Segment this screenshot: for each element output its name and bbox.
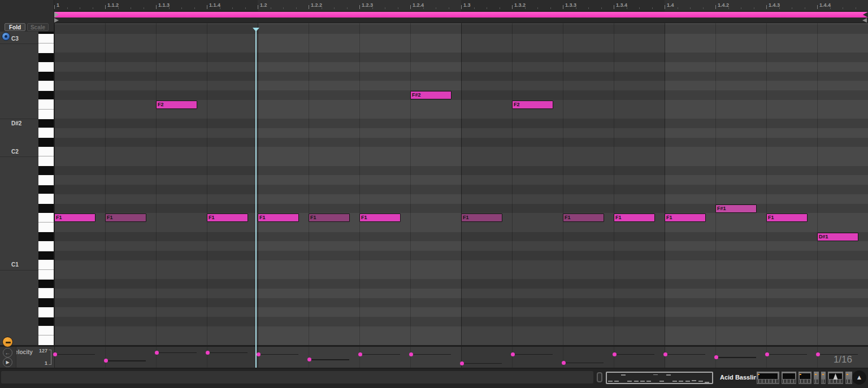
velocity-marker[interactable]	[714, 355, 718, 359]
piano-key-black[interactable]	[38, 280, 54, 289]
piano-key-white[interactable]	[38, 326, 54, 336]
piano-key-black[interactable]	[38, 204, 54, 213]
piano-key-white[interactable]	[38, 81, 54, 91]
scale-button[interactable]: Scale	[27, 23, 49, 31]
piano-key-black[interactable]	[38, 53, 54, 62]
end-marker-icon[interactable]	[862, 18, 867, 23]
piano-key-white[interactable]	[38, 335, 54, 345]
device-thumbnail[interactable]	[827, 371, 844, 385]
start-marker-icon[interactable]	[54, 18, 59, 23]
piano-key-white[interactable]	[38, 260, 54, 270]
piano-key-black[interactable]	[38, 91, 54, 100]
playhead-marker-icon[interactable]	[253, 28, 259, 32]
velocity-marker[interactable]	[307, 358, 311, 361]
piano-key-white[interactable]	[38, 223, 54, 232]
midi-note[interactable]: F1	[665, 213, 706, 222]
piano-key-black[interactable]	[38, 317, 54, 326]
velocity-marker[interactable]	[358, 352, 362, 356]
velocity-marker[interactable]	[53, 352, 57, 356]
piano-key-white[interactable]	[38, 147, 54, 156]
midi-note[interactable]: F1	[359, 213, 401, 222]
piano-key-white[interactable]	[38, 194, 54, 204]
device-thumbnail[interactable]	[813, 371, 819, 385]
midi-note[interactable]: F1	[563, 213, 604, 222]
piano-key-white[interactable]	[38, 110, 54, 119]
midi-note[interactable]: F1	[258, 213, 299, 222]
midi-note[interactable]: D#1	[817, 233, 858, 241]
velocity-marker[interactable]	[765, 352, 769, 356]
piano-key-black[interactable]	[38, 185, 54, 194]
velocity-marker[interactable]	[206, 351, 210, 355]
device-thumbnail[interactable]	[845, 371, 853, 385]
midi-note[interactable]: F#2	[410, 91, 452, 99]
midi-note[interactable]: F2	[156, 101, 197, 109]
device-thumbnail[interactable]	[781, 371, 797, 385]
note-grid[interactable]: F1F1F2F1F1F1F1F#2F1F2F1F1F1F#1F1D#1	[54, 23, 868, 345]
piano-key-white[interactable]	[38, 270, 54, 280]
piano-key-white[interactable]	[38, 34, 54, 43]
clip-name[interactable]: Acid Bassline	[720, 374, 761, 381]
piano-key-black[interactable]	[38, 119, 54, 128]
midi-note[interactable]: F1	[461, 213, 502, 222]
device-thumbnail[interactable]	[756, 371, 780, 385]
fold-lane-button[interactable]	[2, 337, 13, 347]
overview-note-dash	[653, 374, 658, 376]
piano-key-white[interactable]	[38, 100, 54, 110]
piano-key-white[interactable]	[38, 128, 54, 138]
octave-separator-line	[0, 156, 38, 157]
piano-key-white[interactable]	[38, 176, 54, 185]
velocity-marker[interactable]	[460, 361, 464, 365]
timeline-ruler[interactable]: 11.1.21.1.31.1.41.21.2.21.2.31.2.41.31.3…	[0, 0, 868, 11]
midi-note[interactable]: F1	[309, 213, 350, 222]
overview-note-dash	[672, 381, 677, 382]
piano-key-black[interactable]	[38, 138, 54, 147]
preview-headphone-icon[interactable]	[2, 32, 10, 41]
piano-key-white[interactable]	[38, 307, 54, 317]
velocity-marker[interactable]	[257, 352, 261, 356]
piano-key-white[interactable]	[38, 213, 54, 223]
piano-key-white[interactable]	[38, 289, 54, 298]
piano-key-black[interactable]	[38, 166, 54, 175]
piano-key-white[interactable]	[38, 241, 54, 251]
device-thumbnail[interactable]	[798, 371, 812, 385]
velocity-marker[interactable]	[511, 352, 515, 356]
device-accent-dot	[847, 374, 848, 375]
midi-note[interactable]: F2	[512, 101, 553, 109]
velocity-marker[interactable]	[663, 352, 667, 356]
loop-bar[interactable]	[54, 12, 868, 18]
midi-note[interactable]: F1	[54, 213, 96, 222]
piano-key-black[interactable]	[38, 251, 54, 260]
velocity-marker[interactable]	[562, 361, 566, 365]
fold-button[interactable]: Fold	[5, 23, 25, 31]
midi-note[interactable]: F1	[207, 213, 248, 222]
midi-note[interactable]: F1	[105, 213, 146, 222]
lane-back-button[interactable]: ←	[3, 348, 12, 358]
piano-keyboard[interactable]	[38, 32, 54, 345]
piano-key-black[interactable]	[38, 72, 54, 81]
velocity-marker[interactable]	[155, 351, 159, 355]
piano-key-white[interactable]	[38, 156, 54, 166]
piano-key-black[interactable]	[38, 32, 54, 34]
velocity-marker[interactable]	[409, 352, 413, 356]
loop-end-notch-icon[interactable]	[863, 12, 868, 18]
piano-key-black[interactable]	[38, 232, 54, 241]
ruler-minor-tick	[703, 7, 704, 9]
detail-view-toggle-button[interactable]: ▲	[852, 370, 866, 385]
midi-note[interactable]: F1	[614, 213, 655, 222]
loop-start-marker-icon[interactable]	[54, 12, 59, 18]
device-thumbnail[interactable]	[821, 371, 826, 385]
velocity-marker[interactable]	[613, 352, 617, 356]
ruler-minor-tick	[194, 7, 195, 9]
velocity-lane[interactable]	[54, 347, 868, 368]
piano-key-white[interactable]	[38, 43, 54, 53]
midi-note[interactable]: F1	[766, 213, 808, 222]
piano-key-black[interactable]	[38, 298, 54, 307]
midi-note[interactable]: F#1	[715, 204, 757, 213]
ruler-minor-tick	[830, 7, 831, 9]
lane-play-button[interactable]: ▶	[3, 358, 12, 367]
piano-key-white[interactable]	[38, 62, 54, 72]
scroll-marker-strip[interactable]	[0, 18, 868, 23]
grid-size-label[interactable]: 1/16	[809, 354, 852, 365]
velocity-marker[interactable]	[104, 359, 108, 363]
clip-overview[interactable]	[606, 372, 713, 384]
